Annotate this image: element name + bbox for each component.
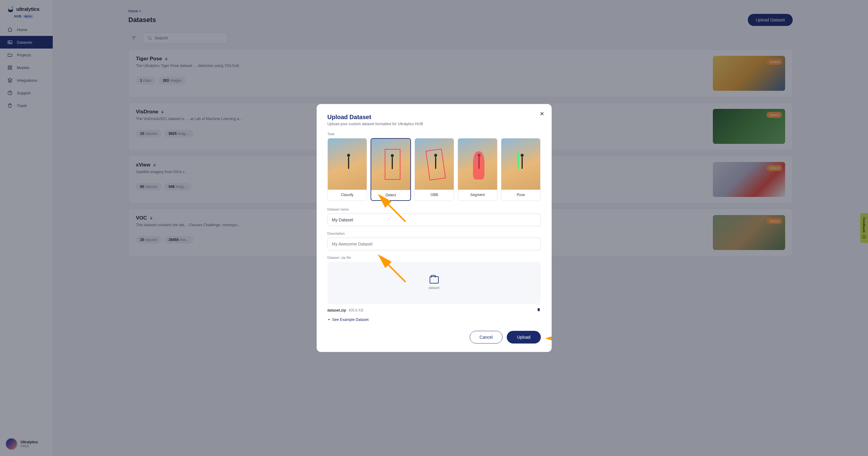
task-card-obb[interactable]: OBB (414, 138, 454, 201)
see-example-link[interactable]: See Example Dataset (328, 318, 541, 322)
modal-title: Upload Dataset (328, 114, 541, 121)
modal-close-button[interactable] (539, 111, 545, 118)
dropzone-label: dataset (428, 286, 439, 289)
close-icon (539, 111, 545, 116)
example-link-text: See Example Dataset (332, 318, 369, 322)
folder-icon (430, 276, 439, 284)
task-grid: person 0.94track_suitshoeClassifyDetectO… (328, 138, 541, 201)
upload-dataset-modal: Upload Dataset Upload your custom datase… (317, 104, 552, 352)
dataset-name-input[interactable] (328, 213, 541, 226)
trash-icon (536, 308, 541, 312)
dataset-name-label: Dataset name (328, 207, 541, 211)
task-label: Task (328, 132, 541, 136)
task-name: Segment (458, 190, 497, 200)
zip-label: Dataset .zip file (328, 256, 541, 259)
arrow-annotation (546, 334, 552, 343)
description-label: Description (328, 232, 541, 235)
cancel-button[interactable]: Cancel (470, 331, 503, 343)
modal-overlay: Upload Dataset Upload your custom datase… (0, 0, 868, 456)
task-name: Classify (328, 190, 367, 200)
remove-file-button[interactable] (536, 308, 541, 313)
task-name: Pose (501, 190, 540, 200)
description-input[interactable] (328, 238, 541, 250)
task-card-classify[interactable]: person 0.94track_suitshoeClassify (328, 138, 367, 201)
dropzone[interactable]: dataset (328, 262, 541, 304)
task-name: Detect (371, 190, 410, 200)
task-card-segment[interactable]: Segment (458, 138, 497, 201)
uploaded-file-row: dataset.zip 405.6 KB (328, 308, 541, 313)
file-name: dataset.zip (328, 308, 346, 312)
task-card-detect[interactable]: Detect (371, 138, 411, 201)
modal-subtitle: Upload your custom dataset formatted for… (328, 122, 541, 126)
caret-down-icon (328, 318, 331, 321)
task-name: OBB (415, 190, 454, 200)
upload-button[interactable]: Upload (507, 331, 540, 343)
task-card-pose[interactable]: Pose (501, 138, 541, 201)
file-size: 405.6 KB (349, 308, 363, 312)
